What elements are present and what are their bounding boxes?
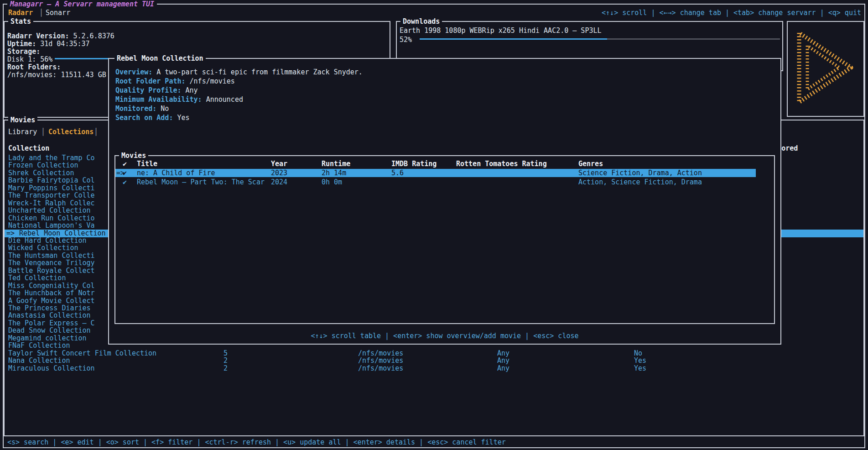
collection-cell-count: 2	[223, 365, 228, 372]
collection-name: Wicked Collection	[8, 244, 78, 252]
field-value: Yes	[173, 114, 189, 122]
download-item-title: Earth 1998 1080p WEBRip x265 Hindi AAC2.…	[400, 26, 602, 35]
movie-cell: Science Fiction, Drama, Action	[578, 169, 702, 177]
collection-detail-field: Monitored: No	[115, 105, 169, 113]
collection-cell-quality: Any	[497, 357, 509, 365]
collection-cell-count: 2	[223, 357, 228, 365]
field-value: A two-part sci-fi epic from filmmaker Za…	[152, 68, 363, 76]
collection-name: The Princess Diaries	[8, 304, 91, 312]
collection-name: Miraculous Collection	[8, 365, 95, 372]
movie-cell: ✔	[123, 169, 127, 177]
stats-uptime-value: 31d 04:35:37	[40, 40, 89, 48]
collection-name: National Lampoon's Va	[8, 222, 95, 230]
stats-disk-label: Disk 1:	[7, 55, 36, 63]
movie-cell: Rebel Moon – Part Two: The Scar	[137, 178, 265, 186]
stats-root-folder-usage: /nfs/movies: 11511.43 GB	[7, 71, 106, 79]
movie-cell: 0h 0m	[322, 178, 342, 186]
collection-name: Frozen Collection	[8, 162, 78, 169]
field-label: Monitored:	[115, 105, 156, 113]
stats-uptime-label: Uptime:	[7, 40, 36, 48]
field-label: Search on Add:	[115, 114, 173, 122]
collection-name: The Vengeance Trilogy	[8, 259, 95, 267]
modal-help-keybinds: <↑↓> scroll table | <enter> show overvie…	[109, 332, 780, 340]
selection-arrow: =>	[6, 230, 15, 237]
collection-name: Battle Royale Collect	[8, 267, 95, 275]
stats-version-value: 5.2.6.8376	[73, 32, 114, 40]
tab-radarr[interactable]: Radarr	[8, 9, 33, 17]
stats-uptime: Uptime:31d 04:35:37	[7, 40, 90, 48]
bottom-help-keybinds: <s> search | <e> edit | <o> sort | <f> f…	[7, 438, 506, 446]
field-value: Announced	[202, 95, 243, 104]
collection-row[interactable]: Nana Collection2/nfs/moviesAnyYes	[5, 357, 863, 365]
logo-panel	[787, 21, 864, 117]
field-value: /nfs/movies	[186, 77, 235, 85]
modal-movies-table-body: =>✔ne: A Child of Fire20232h 14m5.6Scien…	[115, 156, 774, 323]
movie-row[interactable]: ✔Rebel Moon – Part Two: The Scar20240h 0…	[115, 178, 756, 186]
collection-row[interactable]: Taylor Swift Concert Film Collection5/nf…	[5, 350, 863, 357]
managarr-play-logo-icon	[794, 29, 858, 107]
collection-name: Die Hard Collection	[8, 237, 87, 245]
field-label: Minimum Availability:	[115, 95, 202, 104]
download-percent: 52%	[400, 36, 412, 44]
collection-name: Lady and the Tramp Co	[8, 154, 95, 162]
field-value: No	[156, 105, 169, 113]
stats-version: Radarr Version:5.2.6.8376	[7, 32, 114, 40]
movie-cell: ✔	[123, 178, 127, 186]
movie-cell: 2023	[271, 169, 287, 177]
stats-root-folders-label: Root Folders:	[7, 63, 61, 71]
top-help-keybinds: <↑↓> scroll | <←→> change tab | <tab> ch…	[602, 9, 861, 17]
collection-name: Miss Congeniality Col	[8, 282, 95, 290]
collection-name: Nana Collection	[8, 357, 70, 365]
tab-sonarr[interactable]: Sonarr	[46, 9, 70, 17]
collection-cell-root: /nfs/movies	[358, 350, 403, 357]
collection-detail-field: Root Folder Path: /nfs/movies	[115, 77, 235, 85]
download-progress-track	[607, 39, 780, 39]
stats-panel-title: Stats	[8, 17, 33, 26]
collection-name: Uncharted Collection	[8, 207, 91, 215]
collection-cell-quality: Any	[497, 350, 509, 357]
collection-name: Barbie Fairytopia Col	[8, 177, 95, 184]
collection-detail-field: Quality Profile: Any	[115, 86, 198, 94]
collection-name: The Transporter Colle	[8, 192, 95, 199]
collection-name: Rebel Moon Collection	[19, 230, 106, 237]
modal-movies-subpanel: Movies ✔TitleYearRuntimeIMDB RatingRotte…	[114, 155, 775, 324]
field-label: Overview:	[115, 68, 152, 76]
collection-name: Chicken Run Collectio	[8, 215, 95, 222]
collection-detail-field: Overview: A two-part sci-fi epic from fi…	[115, 68, 363, 76]
field-value: Any	[182, 86, 198, 94]
collection-name: The Huntsman Collecti	[8, 252, 95, 260]
collection-cell-root: /nfs/movies	[358, 357, 403, 365]
downloads-panel-title: Downloads	[400, 17, 442, 26]
app-title: Managarr – A Servarr management TUI	[7, 0, 157, 8]
collection-detail-field: Minimum Availability: Announced	[115, 95, 243, 104]
collection-name: The Hunchback of Notr	[8, 289, 95, 297]
stats-version-label: Radarr Version:	[7, 32, 69, 40]
collection-cell-quality: Any	[497, 365, 509, 372]
stats-storage-label: Storage:	[7, 47, 40, 56]
collection-name: Ted Collection	[8, 274, 66, 282]
movie-cell: ne: A Child of Fire	[137, 169, 215, 177]
stats-disk-percent: 56%	[40, 55, 52, 63]
field-label: Quality Profile:	[115, 86, 182, 94]
collection-cell-count: 5	[223, 350, 228, 357]
collection-name: Shrek Collection	[8, 169, 74, 177]
collection-name: A Goofy Movie Collect	[8, 297, 95, 305]
movie-cell: 5.6	[391, 169, 404, 177]
tab-divider: │	[39, 9, 43, 17]
collection-cell-root: /nfs/movies	[358, 365, 403, 372]
collection-name: Dead Snow Collection	[8, 327, 91, 335]
collection-name: Taylor Swift Concert Film Collection	[8, 350, 156, 357]
collection-name: Mary Poppins Collecti	[8, 184, 95, 192]
collection-row[interactable]: Miraculous Collection2/nfs/moviesAnyYes	[5, 365, 863, 372]
field-label: Root Folder Path:	[115, 77, 186, 85]
collection-name: Megamind collection	[8, 335, 87, 342]
movie-cell: Action, Science Fiction, Drama	[578, 178, 702, 186]
movie-cell: 2h 14m	[322, 169, 346, 177]
movie-row[interactable]: =>✔ne: A Child of Fire20232h 14m5.6Scien…	[115, 169, 756, 177]
collection-name: The Polar Express – C	[8, 319, 95, 327]
collection-details-modal: Rebel Moon Collection Overview: A two-pa…	[108, 58, 781, 345]
collection-cell-search_on_add: Yes	[634, 365, 646, 372]
collection-cell-search_on_add: No	[634, 350, 642, 357]
collection-name: Wreck-It Ralph Collec	[8, 199, 95, 207]
collection-cell-search_on_add: Yes	[634, 357, 646, 365]
